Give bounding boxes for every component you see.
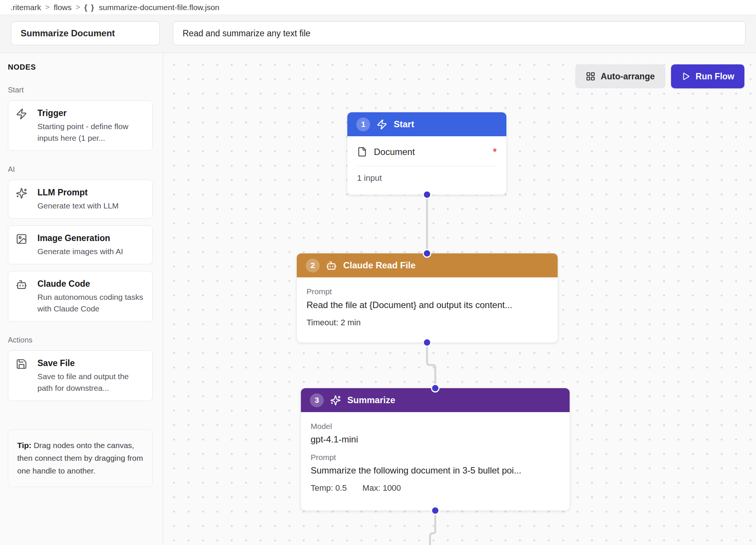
file-icon xyxy=(357,147,367,157)
flow-description-input[interactable] xyxy=(173,21,746,45)
section-label-actions: Actions xyxy=(8,336,153,344)
breadcrumb-flows[interactable]: flows xyxy=(54,3,71,12)
edge-claude-to-summarize xyxy=(427,342,435,388)
palette-item-description: Generate images with AI xyxy=(37,246,123,257)
prompt-value: Summarize the following document in 3-5 … xyxy=(311,465,560,476)
tip-box: Tip: Drag nodes onto the canvas, then co… xyxy=(8,429,153,487)
timeout-value: Timeout: 2 min xyxy=(307,318,361,328)
palette-item-description: Generate text with LLM xyxy=(37,200,119,211)
palette-item-description: Run autonomous coding tasks with Claude … xyxy=(37,291,146,314)
breadcrumb: .ritemark > flows > { } summarize-docume… xyxy=(0,0,756,15)
palette-item-description: Starting point - define flow inputs here… xyxy=(37,121,146,144)
auto-arrange-button[interactable]: Auto-arrange xyxy=(575,64,665,88)
handle-start-bottom[interactable] xyxy=(423,191,431,198)
palette-item-title: Trigger xyxy=(37,107,146,119)
node-start[interactable]: 1 Start Document * 1 input xyxy=(347,112,506,195)
breadcrumb-filename: summarize-document-file.flow.json xyxy=(99,3,219,12)
model-label: Model xyxy=(311,422,560,431)
run-flow-button[interactable]: Run Flow xyxy=(671,64,744,88)
node-number-badge: 2 xyxy=(306,259,320,272)
palette-item-title: LLM Prompt xyxy=(37,187,119,198)
chevron-right-icon: > xyxy=(76,3,80,12)
model-value: gpt-4.1-mini xyxy=(311,434,560,445)
flow-name-input[interactable] xyxy=(11,21,160,45)
node-title: Claude Read File xyxy=(343,260,415,271)
divider xyxy=(357,166,497,166)
max-tokens-value: Max: 1000 xyxy=(363,483,401,493)
handle-claude-bottom[interactable] xyxy=(423,339,431,346)
flow-header-row xyxy=(0,15,756,53)
sidebar-title: NODES xyxy=(8,63,153,71)
layout-grid-icon xyxy=(586,71,595,81)
palette-item-image-generation[interactable]: Image Generation Generate images with AI xyxy=(8,225,153,264)
palette-item-title: Save File xyxy=(37,357,146,369)
node-start-header[interactable]: 1 Start xyxy=(347,112,506,136)
palette-item-description: Save to file and output the path for dow… xyxy=(37,371,146,394)
save-icon xyxy=(16,358,27,370)
bot-icon xyxy=(326,260,337,271)
bot-icon xyxy=(16,279,27,290)
required-marker: * xyxy=(493,146,497,157)
node-claude-read-file[interactable]: 2 Claude Read File Prompt Read the file … xyxy=(297,253,558,342)
handle-claude-top[interactable] xyxy=(423,250,431,257)
auto-arrange-label: Auto-arrange xyxy=(601,71,655,82)
node-summarize[interactable]: 3 Summarize Model gpt-4.1-mini Prompt Su… xyxy=(301,388,570,511)
prompt-label: Prompt xyxy=(307,287,548,296)
chevron-right-icon: > xyxy=(45,3,50,12)
temperature-value: Temp: 0.5 xyxy=(311,483,347,493)
breadcrumb-root[interactable]: .ritemark xyxy=(10,3,41,12)
palette-item-save-file[interactable]: Save File Save to file and output the pa… xyxy=(8,350,153,401)
node-number-badge: 3 xyxy=(310,393,324,407)
palette-item-llm-prompt[interactable]: LLM Prompt Generate text with LLM xyxy=(8,180,153,219)
prompt-label: Prompt xyxy=(311,453,560,462)
handle-summarize-top[interactable] xyxy=(432,384,439,392)
node-input-count: 1 input xyxy=(357,173,497,183)
image-icon xyxy=(16,233,27,245)
node-palette-sidebar: NODES Start Trigger Starting point - def… xyxy=(0,53,163,545)
edge-summarize-to-next xyxy=(430,511,435,545)
input-field-label: Document xyxy=(374,147,415,157)
node-title: Start xyxy=(394,119,414,130)
palette-item-title: Claude Code xyxy=(37,278,146,289)
palette-item-title: Image Generation xyxy=(37,232,123,244)
palette-item-trigger[interactable]: Trigger Starting point - define flow inp… xyxy=(8,100,153,151)
zap-icon xyxy=(16,108,27,120)
flow-canvas[interactable]: Auto-arrange Run Flow 1 Start xyxy=(163,53,756,545)
sparkles-icon xyxy=(330,395,341,406)
flow-editor-app: .ritemark > flows > { } summarize-docume… xyxy=(0,0,756,545)
section-label-start: Start xyxy=(8,86,153,94)
node-number-badge: 1 xyxy=(356,118,370,131)
palette-item-claude-code[interactable]: Claude Code Run autonomous coding tasks … xyxy=(8,271,153,322)
sparkles-icon xyxy=(16,188,27,199)
handle-summarize-bottom[interactable] xyxy=(432,507,439,514)
json-braces-icon: { } xyxy=(84,3,95,12)
tip-text: Drag nodes onto the canvas, then connect… xyxy=(17,441,143,475)
section-label-ai: AI xyxy=(8,165,153,174)
run-flow-label: Run Flow xyxy=(696,71,734,82)
prompt-value: Read the file at {Document} and output i… xyxy=(307,300,548,310)
zap-icon xyxy=(377,119,387,130)
tip-label: Tip: xyxy=(17,441,31,450)
canvas-toolbar: Auto-arrange Run Flow xyxy=(575,64,744,88)
node-title: Summarize xyxy=(347,395,395,405)
play-icon xyxy=(681,71,691,81)
input-field-row[interactable]: Document * xyxy=(357,146,497,157)
